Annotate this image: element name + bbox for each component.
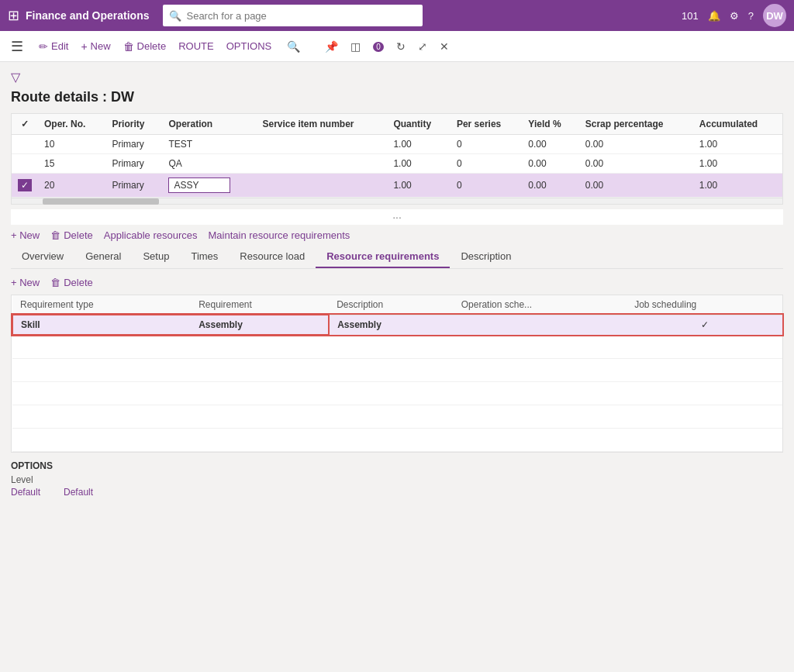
popout-icon[interactable]: ⤢ [418, 40, 427, 53]
pin-icon[interactable]: 📌 [325, 40, 338, 53]
requirements-table-container: Requirement type Requirement Description… [11, 295, 783, 453]
close-icon[interactable]: ✕ [440, 40, 449, 53]
scrollbar-thumb[interactable] [43, 198, 159, 205]
col-job-scheduling: Job scheduling [627, 295, 782, 315]
row-operation-input[interactable] [162, 174, 256, 198]
row-service-item [256, 174, 387, 198]
req-empty-row [12, 358, 782, 381]
search-bar[interactable]: 🔍 [163, 5, 422, 26]
options-default-1[interactable]: Default [11, 487, 40, 498]
route-button[interactable]: ROUTE [178, 40, 214, 52]
notification-badge[interactable]: 0 [373, 40, 384, 52]
tab-resource-load[interactable]: Resource load [229, 246, 316, 268]
lower-toolbar: + New 🗑 Delete Applicable resources Main… [11, 225, 783, 246]
tab-times[interactable]: Times [180, 246, 229, 268]
main-content: ▽ Route details : DW ✓ Oper. No. Priorit… [0, 62, 794, 672]
col-operation: Operation [162, 114, 256, 135]
applicable-resources-button[interactable]: Applicable resources [104, 229, 198, 241]
bell-icon[interactable]: 🔔 [708, 10, 720, 22]
filter-row: ▽ [11, 70, 783, 84]
row-check [12, 135, 38, 154]
job-sched-cell: ✓ [627, 315, 782, 335]
oper-sched-cell [454, 315, 627, 335]
search-toolbar-icon[interactable]: 🔍 [287, 40, 300, 53]
row-accumulated: 1.00 [693, 154, 782, 174]
req-empty-row [12, 428, 782, 451]
new-button[interactable]: + New [81, 40, 110, 53]
row-priority: Primary [105, 174, 162, 198]
options-default-2[interactable]: Default [64, 487, 93, 498]
row-priority: Primary [105, 135, 162, 154]
gear-icon[interactable]: ⚙ [730, 10, 739, 22]
avatar[interactable]: DW [763, 4, 786, 27]
table-row-selected[interactable]: ✓ 20 Primary 1.00 0 0.00 0.00 1.00 [12, 174, 782, 198]
options-button[interactable]: OPTIONS [226, 40, 272, 52]
tab-general[interactable]: General [74, 246, 132, 268]
req-empty-row [12, 405, 782, 428]
row-yield: 0.00 [522, 154, 578, 174]
row-service-item [256, 135, 387, 154]
tab-description[interactable]: Description [450, 246, 522, 268]
nav-number[interactable]: 101 [682, 10, 699, 22]
tab-overview[interactable]: Overview [11, 246, 74, 268]
delete-icon: 🗑 [123, 40, 134, 53]
search-icon: 🔍 [169, 10, 181, 22]
edit-icon: ✏ [39, 40, 48, 53]
grid-icon[interactable]: ⊞ [8, 7, 19, 24]
table-row[interactable]: 10 Primary TEST 1.00 0 0.00 0.00 1.00 [12, 135, 782, 154]
col-per-series: Per series [451, 114, 522, 135]
col-scrap: Scrap percentage [579, 114, 693, 135]
description-cell: Assembly [329, 315, 454, 335]
req-empty-row [12, 335, 782, 358]
row-quantity: 1.00 [387, 135, 450, 154]
edit-button[interactable]: ✏ Edit [39, 40, 68, 53]
inner-delete-button[interactable]: 🗑 Delete [50, 277, 93, 288]
maintain-resource-button[interactable]: Maintain resource requirements [208, 229, 350, 241]
row-quantity: 1.00 [387, 154, 450, 174]
req-empty-row [12, 381, 782, 405]
col-oper-no: Oper. No. [38, 114, 105, 135]
inner-toolbar: + New 🗑 Delete [11, 274, 783, 291]
col-oper-sched: Operation sche... [454, 295, 627, 315]
refresh-icon[interactable]: ↻ [396, 40, 406, 53]
lower-delete-button[interactable]: 🗑 Delete [50, 229, 93, 241]
route-table-header: ✓ Oper. No. Priority Operation Service i… [12, 114, 782, 135]
row-priority: Primary [105, 154, 162, 174]
inner-delete-label: Delete [64, 277, 93, 288]
top-navigation: ⊞ Finance and Operations 🔍 101 🔔 ⚙ ? DW [0, 0, 794, 31]
col-req-type: Requirement type [12, 295, 191, 315]
inner-new-button[interactable]: + New [11, 277, 40, 288]
inner-new-label: + New [11, 277, 40, 288]
delete-button[interactable]: 🗑 Delete [123, 40, 167, 53]
tab-resource-requirements[interactable]: Resource requirements [316, 246, 450, 268]
row-operation: QA [162, 154, 256, 174]
col-quantity: Quantity [387, 114, 450, 135]
nav-icons: 101 🔔 ⚙ ? DW [682, 4, 786, 27]
filter-icon[interactable]: ▽ [11, 70, 20, 84]
row-check [12, 154, 38, 174]
row-operation: TEST [162, 135, 256, 154]
row-per-series: 0 [451, 154, 522, 174]
row-scrap: 0.00 [579, 154, 693, 174]
panel-icon[interactable]: ◫ [350, 40, 361, 53]
options-row: Default Default [11, 487, 783, 498]
row-check-selected: ✓ [12, 174, 38, 198]
ellipsis-separator: ··· [11, 209, 783, 225]
row-per-series: 0 [451, 174, 522, 198]
new-icon: + [81, 40, 87, 53]
lower-new-button[interactable]: + New [11, 229, 40, 241]
help-icon[interactable]: ? [748, 10, 754, 22]
options-section: OPTIONS Level Default Default [11, 453, 783, 501]
operation-input[interactable] [168, 177, 230, 193]
main-toolbar: ☰ ✏ Edit + New 🗑 Delete ROUTE OPTIONS 🔍 … [0, 31, 794, 62]
req-table-row-highlighted[interactable]: Skill Assembly Assembly ✓ [12, 315, 782, 335]
horizontal-scrollbar[interactable] [12, 198, 782, 204]
route-table: ✓ Oper. No. Priority Operation Service i… [12, 114, 782, 198]
tab-setup[interactable]: Setup [132, 246, 180, 268]
req-type-cell: Skill [12, 315, 191, 335]
col-accumulated: Accumulated [693, 114, 782, 135]
table-row[interactable]: 15 Primary QA 1.00 0 0.00 0.00 1.00 [12, 154, 782, 174]
search-input[interactable] [186, 10, 416, 22]
hamburger-icon[interactable]: ☰ [11, 38, 23, 55]
check-mark: ✓ [18, 179, 32, 191]
